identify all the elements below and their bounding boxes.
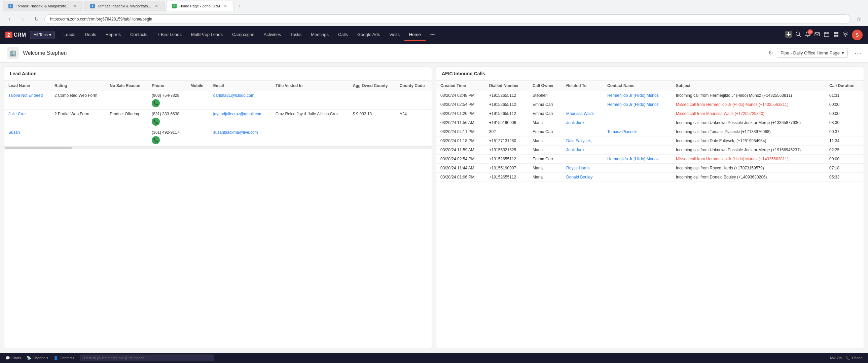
home-page-selector[interactable]: Pipe - Daily Office Home Page ▾: [777, 48, 848, 58]
new-tab-button[interactable]: +: [235, 1, 245, 11]
svg-rect-4: [824, 32, 829, 37]
call-owner-5: Emma Carr: [529, 127, 562, 136]
lead-phone-1: (903) 754-7828 📞: [148, 91, 186, 109]
mail-icon[interactable]: [814, 31, 820, 39]
call-time-9: 03/20/24 11:44 AM: [436, 164, 485, 173]
nav-item-visits[interactable]: Visits: [384, 29, 404, 41]
call-related-10[interactable]: Donald Bouley: [562, 173, 603, 182]
lead-name-1[interactable]: Talova Not Entered: [4, 91, 51, 109]
nav-item-google-ads[interactable]: Google Ads: [352, 29, 384, 41]
chats-button[interactable]: 💬 Chats: [5, 356, 21, 360]
tab-1[interactable]: T Tomasz Piasecki & Małgorzato... ✕: [3, 1, 83, 11]
forward-button[interactable]: ›: [18, 14, 28, 25]
user-avatar[interactable]: S: [852, 30, 863, 40]
nav-item-deals[interactable]: Deals: [80, 29, 101, 41]
call-button-3[interactable]: 📞: [152, 136, 160, 144]
back-button[interactable]: ‹: [4, 14, 15, 25]
channels-button[interactable]: 📡 Channels: [27, 356, 48, 360]
tab-1-close[interactable]: ✕: [72, 3, 78, 9]
call-row-2: 03/20/24 02:54 PM +19152655112 Emma Carr…: [436, 100, 864, 109]
scroll-thumb[interactable]: [5, 147, 72, 149]
call-button-2[interactable]: 📞: [152, 118, 160, 126]
nav-item-activities[interactable]: Activities: [259, 29, 286, 41]
lead-action-table: Lead Name Rating No Sale Reason Phone Mo…: [4, 81, 432, 146]
lead-action-table-container[interactable]: Lead Name Rating No Sale Reason Phone Mo…: [4, 81, 432, 149]
reload-button[interactable]: ↻: [31, 14, 42, 25]
col-phone: Phone: [148, 81, 186, 91]
call-row-4: 03/20/24 11:56 AM +19155190906 Maria Jun…: [436, 118, 864, 127]
nav-item-reports[interactable]: Reports: [101, 29, 125, 41]
col-county-code: County Code: [396, 81, 432, 91]
call-related-4[interactable]: Junk Junk: [562, 118, 603, 127]
lead-agg-3: [349, 128, 396, 146]
call-owner-7: Maria: [529, 145, 562, 155]
call-duration-5: 00:37: [825, 127, 864, 136]
nav-item-multiprop-leads[interactable]: MultiProp Leads: [186, 29, 227, 41]
tab-3-close[interactable]: ✕: [223, 3, 228, 9]
more-options-button[interactable]: ⋯: [855, 49, 861, 57]
afic-calls-table-container[interactable]: Created Time Dialled Number Call Owner R…: [436, 81, 864, 182]
all-tabs-label: All Tabs: [34, 33, 48, 37]
apps-icon[interactable]: [833, 31, 839, 39]
col-email: Email: [209, 81, 272, 91]
smart-chat-input[interactable]: [80, 355, 214, 361]
call-contact-8[interactable]: Hermerjildo Jr (Hildo) Munoz: [603, 155, 672, 164]
call-related-7[interactable]: Junk Junk: [562, 145, 603, 155]
call-owner-2: Emma Carr: [529, 100, 562, 109]
nav-item-calls[interactable]: Calls: [333, 29, 352, 41]
call-contact-9: [603, 164, 672, 173]
col-mobile: Mobile: [186, 81, 209, 91]
nav-more-button[interactable]: •••: [426, 29, 440, 41]
tab-2[interactable]: T Tomasz Piasecki & Małgorzato... ✕: [85, 1, 165, 11]
col-call-owner: Call Owner: [529, 81, 562, 91]
nav-item-home[interactable]: Home: [404, 29, 426, 41]
lead-action-title: Lead Action: [10, 71, 37, 76]
call-contact-4: [603, 118, 672, 127]
channels-icon: 📡: [27, 356, 31, 360]
call-related-3[interactable]: Maurissa Waits: [562, 109, 603, 118]
nav-item-meetings[interactable]: Meetings: [306, 29, 333, 41]
call-owner-10: Maria: [529, 173, 562, 182]
tab-2-close[interactable]: ✕: [154, 3, 159, 9]
lead-rating-2: 2 Partial Web Form: [51, 109, 106, 128]
bookmark-button[interactable]: ☆: [853, 14, 864, 25]
nav-item-tbird-leads[interactable]: T-Bird Leads: [152, 29, 186, 41]
url-bar[interactable]: https://crm.zoho.com/crm/org678428159/ta…: [44, 14, 850, 24]
main-content: Lead Action Lead Name Rating No Sale Rea…: [0, 63, 868, 353]
call-related-1: [562, 91, 603, 100]
call-number-6: +15127131280: [485, 136, 529, 145]
lead-email-3[interactable]: susanblackma@live.com: [209, 128, 272, 146]
nav-item-tasks[interactable]: Tasks: [286, 29, 306, 41]
contacts-button[interactable]: 👤 Contacts: [54, 356, 74, 360]
lead-email-1[interactable]: darisha81@icloud.com: [209, 91, 272, 109]
phone-button[interactable]: 📞 Phone: [846, 356, 863, 360]
lead-name-3[interactable]: Susan: [4, 128, 51, 146]
refresh-button[interactable]: ↻: [768, 50, 773, 56]
search-icon[interactable]: [795, 31, 801, 39]
lead-email-2[interactable]: jayandjuliecruz@gmail.com: [209, 109, 272, 128]
lead-name-2[interactable]: Julie Cruz: [4, 109, 51, 128]
all-tabs-button[interactable]: All Tabs ▾: [30, 31, 55, 39]
call-related-6[interactable]: Dale Faltysek,: [562, 136, 603, 145]
tab-3-favicon: Z: [172, 4, 177, 8]
lead-title-2: Cruz Reico Jay & Julie Allison Cruz: [272, 109, 349, 128]
call-owner-3: Emma Carr: [529, 109, 562, 118]
call-contact-5[interactable]: Tomasz Piasecki: [603, 127, 672, 136]
add-icon[interactable]: [785, 31, 792, 39]
nav-item-campaigns[interactable]: Campaigns: [227, 29, 259, 41]
ask-zia-button[interactable]: Ask Zia: [830, 356, 842, 360]
call-subject-4: Incoming call from Unknown Possible Junk…: [672, 118, 825, 127]
calendar-icon[interactable]: [824, 31, 830, 39]
lead-table-scrollbar[interactable]: [4, 146, 432, 149]
nav-item-leads[interactable]: Leads: [59, 29, 80, 41]
call-related-9[interactable]: Royce Harris: [562, 164, 603, 173]
call-contact-2[interactable]: Hermerjildo Jr (Hildo) Munoz: [603, 100, 672, 109]
call-time-4: 03/20/24 11:56 AM: [436, 118, 485, 127]
settings-icon[interactable]: [842, 31, 848, 39]
nav-item-contacts[interactable]: Contacts: [125, 29, 152, 41]
notification-icon[interactable]: 32: [805, 31, 811, 39]
tab-3[interactable]: Z Home Page - Zoho CRM ✕: [166, 1, 234, 11]
call-contact-1[interactable]: Hermerjildo Jr (Hildo) Munoz: [603, 91, 672, 100]
call-button-1[interactable]: 📞: [152, 99, 160, 107]
lead-county-2: A24: [396, 109, 432, 128]
